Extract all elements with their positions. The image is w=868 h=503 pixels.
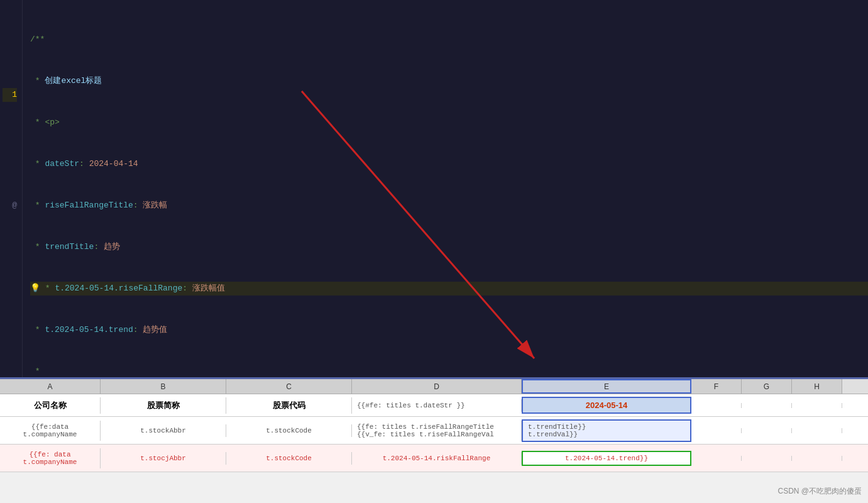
cell-d2[interactable]: {{fe: titles t.riseFallRangeTitle {{v_fe… <box>352 421 522 441</box>
code-line: /** <box>30 33 868 47</box>
cell-f1[interactable] <box>691 403 742 408</box>
cell-g2[interactable] <box>742 428 792 433</box>
spreadsheet-row-3: {{fe: data t.companyName t.stocjAbbr t.s… <box>0 445 868 472</box>
code-lines: /** * 创建excel标题 * <p> * dateStr: 2024-04… <box>23 0 868 377</box>
cell-f3[interactable] <box>691 456 742 461</box>
cell-h1[interactable] <box>792 403 842 408</box>
col-header-h: H <box>792 379 842 394</box>
date-label: 2024-05-14 <box>586 401 628 410</box>
cell-a2[interactable]: {{fe:data t.companyName <box>0 421 101 441</box>
cell-g3[interactable] <box>742 456 792 461</box>
cell-c1[interactable]: 股票代码 <box>226 397 352 414</box>
code-editor: 1 @ /** * 创建excel标题 * <p> * dateStr: <box>0 0 868 377</box>
cell-a3[interactable]: {{fe: data t.companyName <box>0 448 101 468</box>
spreadsheet-row-1: 公司名称 股票简称 股票代码 {{#fe: titles t.dateStr }… <box>0 394 868 417</box>
col-header-g: G <box>742 379 792 394</box>
col-header-a: A <box>0 379 101 394</box>
col-header-b: B <box>101 379 226 394</box>
cell-d1[interactable]: {{#fe: titles t.dateStr }} <box>352 399 522 412</box>
code-line: * riseFallRangeTitle: 涨跌幅 <box>30 199 868 213</box>
cell-b2[interactable]: t.stockAbbr <box>101 424 226 437</box>
cell-b1[interactable]: 股票简称 <box>101 397 226 414</box>
cell-h3[interactable] <box>792 456 842 461</box>
csdn-watermark: CSDN @不吃肥肉的傻蛋 <box>777 486 862 497</box>
code-line-highlighted: 💡 * t.2024-05-14.riseFallRange: 涨跌幅值 <box>30 282 868 296</box>
code-line: * t.2024-05-14.trend: 趋势值 <box>30 323 868 337</box>
code-line: * trendTitle: 趋势 <box>30 240 868 254</box>
col-header-d: D <box>352 379 522 394</box>
line-numbers: 1 @ <box>0 0 23 377</box>
code-line: * <p> <box>30 116 868 130</box>
cell-e3[interactable]: t.2024-05-14.trend}} <box>522 451 691 466</box>
cell-h2[interactable] <box>792 428 842 433</box>
cell-c2[interactable]: t.stockCode <box>226 424 352 437</box>
cell-d3[interactable]: t.2024-05-14.riskFallRange <box>352 452 522 465</box>
code-line: * dateStr: 2024-04-14 <box>30 157 868 171</box>
cell-b3[interactable]: t.stocjAbbr <box>101 452 226 465</box>
cell-f2[interactable] <box>691 428 742 433</box>
cell-e1[interactable]: 2024-05-14 <box>522 397 691 414</box>
col-header-c: C <box>226 379 352 394</box>
code-line: * 创建excel标题 <box>30 74 868 88</box>
column-headers: A B C D E F G H <box>0 379 868 394</box>
col-header-f: F <box>691 379 742 394</box>
code-line: * <box>30 365 868 377</box>
spreadsheet: A B C D E F G H 公司名称 股票简称 股票代码 {{#fe: ti… <box>0 377 868 503</box>
cell-e2[interactable]: t.trendTitle}} t.trendVal}} <box>522 419 691 442</box>
spreadsheet-row-2: {{fe:data t.companyName t.stockAbbr t.st… <box>0 417 868 445</box>
cell-a1[interactable]: 公司名称 <box>0 397 101 414</box>
col-header-e: E <box>522 379 691 394</box>
cell-c3[interactable]: t.stockCode <box>226 452 352 465</box>
cell-g1[interactable] <box>742 403 792 408</box>
